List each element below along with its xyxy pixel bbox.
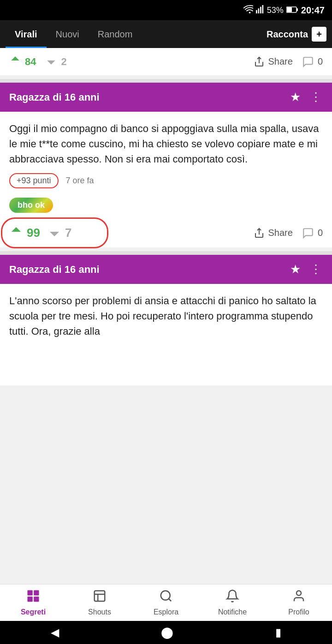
bottom-nav: Segreti Shouts Esplora Notifiche <box>0 584 332 621</box>
svg-rect-2 <box>258 8 259 13</box>
back-button[interactable]: ◀ <box>51 626 59 639</box>
svg-rect-12 <box>28 596 33 602</box>
tab-random[interactable]: Random <box>89 21 142 48</box>
card-2-header: Ragazza di 16 anni ★ ⋮ <box>0 255 332 284</box>
divider-1 <box>0 79 332 83</box>
svg-rect-11 <box>34 590 39 596</box>
segreti-label: Segreti <box>21 608 46 616</box>
profilo-label: Profilo <box>288 608 309 616</box>
card-2: Ragazza di 16 anni ★ ⋮ L'anno scorso per… <box>0 255 332 385</box>
wifi-icon <box>243 5 253 16</box>
svg-rect-10 <box>28 590 33 596</box>
card-1-tag[interactable]: bho ok <box>9 198 53 213</box>
card-2-star-icon[interactable]: ★ <box>290 262 301 277</box>
racconta-plus-icon: + <box>312 27 326 42</box>
card-1-header: Ragazza di 16 anni ★ ⋮ <box>0 83 332 112</box>
svg-rect-3 <box>260 6 261 13</box>
upvote-button-top[interactable]: 84 <box>9 54 36 69</box>
upvote-button-1[interactable]: 99 <box>9 225 40 241</box>
card-2-body: L'anno scorso per problemi di ansia e at… <box>0 284 332 385</box>
share-icon-1 <box>254 228 265 239</box>
segreti-icon <box>26 589 40 606</box>
shouts-label: Shouts <box>88 608 111 616</box>
upvote-arrow-top <box>9 54 21 69</box>
share-button-top[interactable]: Share <box>254 56 293 67</box>
esplora-label: Esplora <box>154 608 178 616</box>
card-partial-top: 84 2 Share 0 <box>0 48 332 75</box>
racconta-button[interactable]: Racconta + <box>267 27 326 42</box>
card-actions-top: 84 2 Share 0 <box>0 48 332 75</box>
card-1-meta: +93 punti 7 ore fa <box>9 173 323 188</box>
status-icons: 53% 20:47 <box>243 5 325 16</box>
svg-rect-7 <box>296 8 298 11</box>
svg-rect-4 <box>262 5 263 13</box>
svg-point-15 <box>161 591 170 600</box>
share-label-1: Share <box>268 228 293 238</box>
card-1-star-icon[interactable]: ★ <box>290 90 301 104</box>
comment-icon-top <box>302 56 314 68</box>
profilo-icon <box>292 589 306 606</box>
nav-esplora[interactable]: Esplora <box>143 589 189 616</box>
upvote-count-1: 99 <box>27 226 40 240</box>
racconta-label: Racconta <box>267 29 308 40</box>
downvote-arrow-top <box>45 54 57 69</box>
card-1-menu-icon[interactable]: ⋮ <box>310 90 323 104</box>
comment-button-top[interactable]: 0 <box>302 56 323 68</box>
tab-virali[interactable]: Virali <box>6 21 47 48</box>
nav-segreti[interactable]: Segreti <box>10 589 56 616</box>
nav-shouts[interactable]: Shouts <box>77 589 123 616</box>
nav-profilo[interactable]: Profilo <box>276 589 322 616</box>
comment-count-1: 0 <box>318 228 323 238</box>
card-2-category: Ragazza di 16 anni <box>9 264 290 276</box>
downvote-count-1: 7 <box>65 226 71 240</box>
card-2-text: L'anno scorso per problemi di ansia e at… <box>9 293 323 339</box>
svg-rect-1 <box>256 10 257 13</box>
downvote-arrow-1 <box>47 225 61 241</box>
card-1-time: 7 ore fa <box>66 176 94 186</box>
recent-button[interactable]: ▮ <box>275 626 281 639</box>
share-icon-top <box>254 56 265 67</box>
status-bar: 53% 20:47 <box>0 0 332 20</box>
esplora-icon <box>159 589 173 606</box>
share-button-1[interactable]: Share <box>254 228 293 239</box>
downvote-button-1[interactable]: 7 <box>47 225 71 241</box>
card-1-actions: 99 7 Share 0 <box>0 218 332 247</box>
card-1-points: +93 punti <box>9 173 59 188</box>
card-2-menu-icon[interactable]: ⋮ <box>310 262 323 277</box>
upvote-arrow-1 <box>9 225 23 241</box>
home-button[interactable]: ⬤ <box>161 626 173 639</box>
card-1-category: Ragazza di 16 anni <box>9 91 290 103</box>
comment-icon-1 <box>302 227 314 239</box>
system-nav: ◀ ⬤ ▮ <box>0 621 332 644</box>
svg-rect-6 <box>287 7 292 12</box>
battery-icon <box>286 6 298 15</box>
notifiche-label: Notifiche <box>218 608 247 616</box>
card-1: Ragazza di 16 anni ★ ⋮ Oggi il mio compa… <box>0 83 332 247</box>
divider-2 <box>0 251 332 255</box>
card-1-text: Oggi il mio compagno di banco si appoggi… <box>9 121 323 167</box>
comment-button-1[interactable]: 0 <box>302 227 323 239</box>
svg-rect-13 <box>34 596 39 602</box>
top-nav: Virali Nuovi Random Racconta + <box>0 20 332 48</box>
downvote-count-top: 2 <box>61 56 66 68</box>
tab-nuovi[interactable]: Nuovi <box>47 21 89 48</box>
downvote-button-top[interactable]: 2 <box>45 54 66 69</box>
nav-notifiche[interactable]: Notifiche <box>209 589 255 616</box>
battery-percentage: 53% <box>267 6 284 15</box>
svg-rect-14 <box>95 591 105 602</box>
share-label-top: Share <box>268 56 293 67</box>
card-1-body: Oggi il mio compagno di banco si appoggi… <box>0 112 332 218</box>
time: 20:47 <box>301 5 325 16</box>
notifiche-icon <box>225 589 239 606</box>
signal-icon <box>256 5 264 16</box>
svg-point-16 <box>296 591 301 596</box>
svg-point-0 <box>249 12 251 13</box>
upvote-count-top: 84 <box>25 56 36 68</box>
shouts-icon <box>93 589 107 606</box>
comment-count-top: 0 <box>318 56 323 67</box>
